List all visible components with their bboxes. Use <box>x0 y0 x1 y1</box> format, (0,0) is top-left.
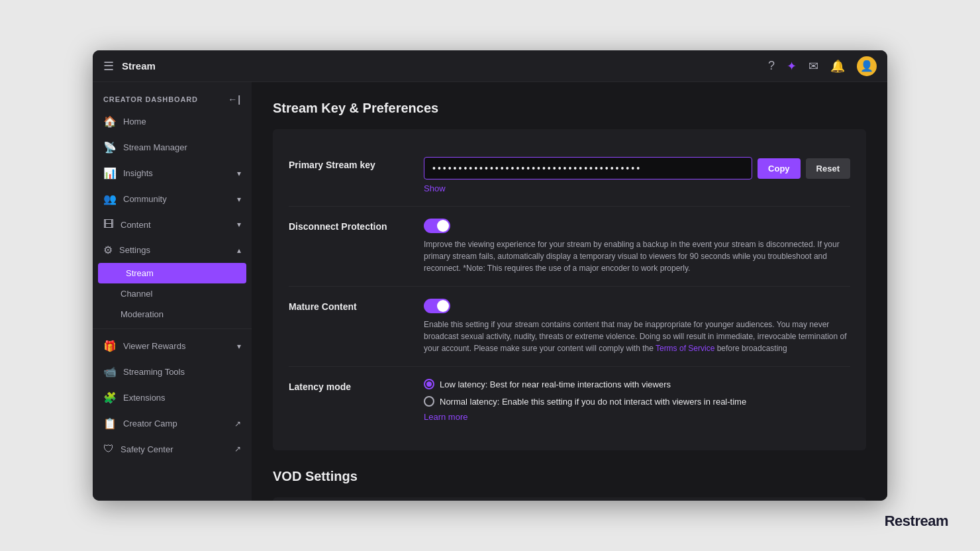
chevron-down-icon: ▾ <box>237 342 241 351</box>
vod-card: Store past broadcasts Automatically save… <box>273 497 866 501</box>
streaming-tools-icon: 📹 <box>103 366 117 378</box>
mature-content-toggle[interactable] <box>424 299 450 313</box>
disconnect-toggle-row <box>424 219 850 233</box>
sidebar-item-content[interactable]: 🎞 Content ▾ <box>93 212 252 237</box>
chevron-down-icon: ▾ <box>237 169 241 178</box>
external-link-icon: ↗ <box>234 444 241 454</box>
content-icon: 🎞 <box>103 219 114 230</box>
learn-more-link[interactable]: Learn more <box>424 412 467 422</box>
sidebar-item-home[interactable]: 🏠 Home <box>93 109 252 134</box>
menu-icon[interactable]: ☰ <box>103 59 114 74</box>
stream-key-section-title: Stream Key & Preferences <box>273 101 866 116</box>
header-icons: ? ✦ ✉ 🔔 👤 <box>768 56 877 76</box>
mature-content-desc: Enable this setting if your stream conta… <box>424 319 850 354</box>
external-link-icon: ↗ <box>234 419 241 428</box>
extensions-icon: 🧩 <box>103 391 117 404</box>
avatar[interactable]: 👤 <box>857 56 877 76</box>
sidebar-item-insights[interactable]: 📊 Insights ▾ <box>93 160 252 186</box>
stream-key-input[interactable] <box>424 157 752 179</box>
disconnect-protection-control: Improve the viewing experience for your … <box>424 219 850 274</box>
mature-content-control: Enable this setting if your stream conta… <box>424 299 850 354</box>
disconnect-protection-label: Disconnect Protection <box>289 219 408 232</box>
sidebar-item-community[interactable]: 👥 Community ▾ <box>93 186 252 212</box>
community-icon: 👥 <box>103 193 117 205</box>
terms-of-service-link[interactable]: Terms of Service <box>656 344 714 353</box>
latency-radio-group: Low latency: Best for near real-time int… <box>424 379 850 407</box>
viewer-rewards-icon: 🎁 <box>103 340 117 352</box>
latency-mode-control: Low latency: Best for near real-time int… <box>424 379 850 423</box>
chevron-up-icon: ▴ <box>237 246 241 255</box>
divider <box>93 328 252 329</box>
app-window: ☰ Stream ? ✦ ✉ 🔔 👤 CREATOR DASHBOARD ←| … <box>93 50 887 501</box>
sidebar-sub-item-stream[interactable]: Stream <box>98 263 246 283</box>
sidebar-item-stream-manager[interactable]: 📡 Stream Manager <box>93 134 252 160</box>
sidebar-item-extensions[interactable]: 🧩 Extensions <box>93 385 252 411</box>
show-link[interactable]: Show <box>424 183 446 193</box>
sidebar-item-safety-center[interactable]: 🛡 Safety Center ↗ <box>93 436 252 462</box>
chevron-down-icon: ▾ <box>237 220 241 229</box>
latency-mode-row: Latency mode Low latency: Best for near … <box>289 367 850 434</box>
chevron-down-icon: ▾ <box>237 195 241 204</box>
restream-label: Restream <box>885 513 948 530</box>
stream-key-row: Copy Reset <box>424 157 850 179</box>
creator-camp-icon: 📋 <box>103 417 117 430</box>
collapse-icon[interactable]: ←| <box>228 94 241 105</box>
sidebar-item-streaming-tools[interactable]: 📹 Streaming Tools <box>93 359 252 385</box>
copy-button[interactable]: Copy <box>758 158 801 179</box>
safety-center-icon: 🛡 <box>103 443 114 455</box>
sidebar-item-viewer-rewards[interactable]: 🎁 Viewer Rewards ▾ <box>93 333 252 359</box>
sidebar: CREATOR DASHBOARD ←| 🏠 Home 📡 Stream Man… <box>93 82 252 501</box>
dashboard-label: CREATOR DASHBOARD ←| <box>93 87 252 109</box>
reset-button[interactable]: Reset <box>806 158 850 179</box>
sidebar-item-settings[interactable]: ⚙ Settings ▴ <box>93 237 252 263</box>
primary-stream-key-row: Primary Stream key Copy Reset Show <box>289 145 850 207</box>
low-latency-radio[interactable] <box>424 379 434 389</box>
mature-content-row: Mature Content Enable this setting if yo… <box>289 287 850 367</box>
latency-mode-label: Latency mode <box>289 379 408 392</box>
insights-icon: 📊 <box>103 167 117 179</box>
sidebar-item-creator-camp[interactable]: 📋 Creator Camp ↗ <box>93 411 252 436</box>
home-icon: 🏠 <box>103 115 117 128</box>
disconnect-protection-desc: Improve the viewing experience for your … <box>424 238 850 274</box>
stream-manager-icon: 📡 <box>103 141 117 154</box>
mature-toggle-row <box>424 299 850 313</box>
titlebar: ☰ Stream ? ✦ ✉ 🔔 👤 <box>93 50 887 82</box>
stream-key-card: Primary Stream key Copy Reset Show Disco… <box>273 129 866 450</box>
settings-icon: ⚙ <box>103 244 113 256</box>
sidebar-sub-item-moderation[interactable]: Moderation <box>93 304 252 325</box>
help-icon[interactable]: ? <box>768 59 775 73</box>
main-area: CREATOR DASHBOARD ←| 🏠 Home 📡 Stream Man… <box>93 82 887 501</box>
disconnect-protection-toggle[interactable] <box>424 219 450 233</box>
bell-icon[interactable]: 🔔 <box>830 59 845 74</box>
mail-icon[interactable]: ✉ <box>808 59 818 74</box>
window-title: Stream <box>122 60 760 72</box>
low-latency-option[interactable]: Low latency: Best for near real-time int… <box>424 379 850 389</box>
primary-stream-key-label: Primary Stream key <box>289 157 408 170</box>
mature-content-label: Mature Content <box>289 299 408 312</box>
disconnect-protection-row: Disconnect Protection Improve the viewin… <box>289 207 850 287</box>
primary-stream-key-control: Copy Reset Show <box>424 157 850 194</box>
normal-latency-radio[interactable] <box>424 396 434 407</box>
crown-icon[interactable]: ✦ <box>787 59 797 74</box>
content-area: Stream Key & Preferences Primary Stream … <box>252 82 887 501</box>
vod-section-title: VOD Settings <box>273 469 866 484</box>
sidebar-sub-item-channel[interactable]: Channel <box>93 283 252 304</box>
normal-latency-option[interactable]: Normal latency: Enable this setting if y… <box>424 396 850 407</box>
